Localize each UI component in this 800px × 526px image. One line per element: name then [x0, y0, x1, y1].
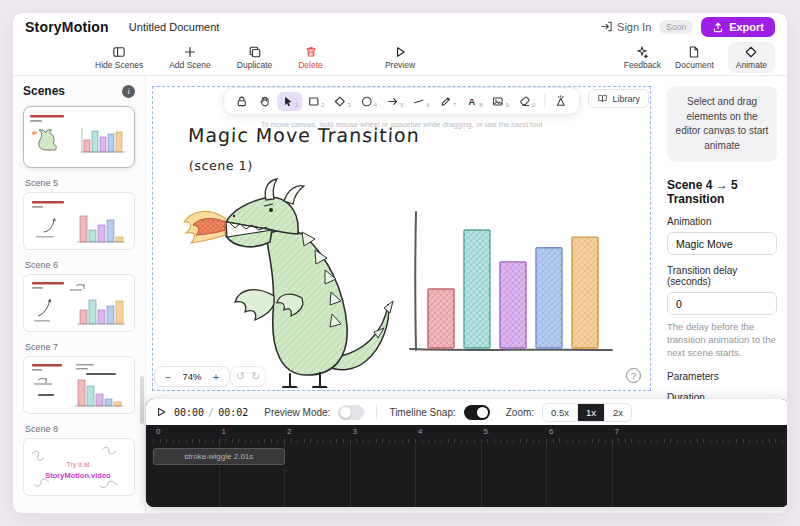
canvas-toolbar: 1 2 3 4 5 6 7 A8 9 0: [223, 87, 580, 115]
library-icon: [597, 93, 608, 104]
tool-line[interactable]: 6: [409, 92, 434, 111]
panel-hint: Select and drag elements on the editor c…: [667, 86, 777, 162]
add-scene-button[interactable]: Add Scene: [169, 45, 211, 70]
timeline-track-bar[interactable]: stroke-wiggle 2.01s: [153, 448, 285, 465]
transition-title: Scene 4 → 5 Transition: [667, 178, 777, 206]
timeline-tracks-area[interactable]: 01234567 stroke-wiggle 2.01s: [146, 425, 788, 507]
timeline-time: 00:00 / 00:02: [174, 407, 248, 418]
canvas-drawing-title[interactable]: Magic Move Transition: [188, 124, 421, 146]
timeline-play-button[interactable]: [156, 407, 166, 417]
timeline-snap-toggle[interactable]: [464, 405, 490, 420]
undo-button[interactable]: ↺: [236, 370, 245, 383]
sidebar-scrollbar[interactable]: [140, 376, 144, 424]
tool-eraser[interactable]: 0: [514, 92, 539, 111]
zoom-level[interactable]: 74%: [177, 371, 207, 382]
tool-select[interactable]: 1: [277, 92, 302, 111]
laser-pointer-icon: [554, 95, 567, 108]
app-logo: StoryMotion: [25, 19, 109, 35]
play-icon: [156, 407, 166, 417]
timeline-zoom-1x[interactable]: 1x: [578, 404, 605, 421]
delay-label: Transition delay (seconds): [667, 265, 777, 287]
scene-thumbnail-8[interactable]: Try it at StoryMotion.video: [23, 438, 135, 496]
scene-label: Scene 5: [25, 178, 135, 188]
sketch-bar[interactable]: [536, 248, 562, 348]
sketch-bar[interactable]: [464, 230, 490, 348]
export-button[interactable]: Export: [701, 17, 775, 37]
animation-label: Animation: [667, 216, 777, 227]
redo-button[interactable]: ↻: [251, 370, 260, 383]
duplicate-button[interactable]: Duplicate: [237, 45, 272, 70]
sketch-bar[interactable]: [428, 289, 454, 348]
line-icon: [413, 95, 426, 108]
timeline-zoom-label: Zoom:: [506, 407, 534, 418]
timeline-zoom-group: 0.5x 1x 2x: [542, 403, 632, 422]
history-controls: ↺ ↻: [230, 366, 266, 387]
delay-help: The delay before the transition animatio…: [667, 321, 777, 359]
tool-diamond[interactable]: 3: [329, 92, 354, 111]
arrow-icon: [386, 95, 399, 108]
cursor-icon: [281, 95, 294, 108]
timeline-panel: 00:00 / 00:02 Preview Mode: Timeline Sna…: [146, 399, 788, 507]
scenes-panel: Scenes i: [13, 76, 146, 514]
scenes-panel-title: Scenes: [23, 84, 65, 98]
tool-hand[interactable]: [254, 92, 276, 111]
export-icon: [712, 21, 724, 33]
scene-label: Scene 8: [25, 424, 135, 434]
sign-in-icon: [600, 20, 613, 33]
sketch-bar-chart[interactable]: [402, 208, 620, 370]
app-window: StoryMotion Untitled Document Sign In So…: [12, 12, 788, 514]
eraser-icon: [518, 95, 531, 108]
time-total: 00:02: [218, 407, 248, 418]
diamond-icon: [333, 95, 346, 108]
tool-draw[interactable]: 7: [435, 92, 460, 111]
preview-button[interactable]: Preview: [385, 45, 415, 70]
soon-badge: Soon: [659, 20, 693, 34]
animation-select[interactable]: Magic Move: [667, 232, 777, 255]
canvas-drawing-subtitle[interactable]: (scene 1): [189, 158, 253, 173]
info-icon[interactable]: i: [122, 85, 135, 98]
rectangle-icon: [307, 95, 320, 108]
animate-diamond-icon: [744, 45, 758, 59]
library-button[interactable]: Library: [588, 89, 649, 108]
timeline-zoom-2x[interactable]: 2x: [605, 404, 631, 421]
dragon-sketch[interactable]: [178, 176, 406, 392]
canvas-help-button[interactable]: ?: [626, 368, 641, 383]
plus-icon: [183, 45, 197, 59]
sign-in-button[interactable]: Sign In: [600, 20, 651, 33]
delete-button[interactable]: Delete: [298, 45, 323, 70]
scene5-preview: [24, 193, 132, 250]
tool-laser[interactable]: [550, 92, 572, 111]
sketch-bar[interactable]: [500, 262, 526, 348]
delay-input[interactable]: [667, 292, 777, 315]
tool-image[interactable]: 9: [488, 92, 513, 111]
sketch-bar[interactable]: [572, 237, 598, 348]
scene-label: Scene 7: [25, 342, 135, 352]
scene-thumbnail-6[interactable]: [23, 274, 135, 332]
tool-arrow[interactable]: 5: [382, 92, 407, 111]
preview-mode-toggle[interactable]: [338, 405, 364, 420]
tool-rectangle[interactable]: 2: [303, 92, 328, 111]
app-screenshot: StoryMotion Untitled Document Sign In So…: [0, 0, 800, 526]
scene-thumbnail-7[interactable]: [23, 356, 135, 414]
animate-button[interactable]: Animate: [728, 42, 775, 73]
timeline-zoom-0.5x[interactable]: 0.5x: [543, 404, 578, 421]
parameters-label: Parameters: [667, 371, 777, 382]
header: StoryMotion Untitled Document Sign In So…: [13, 13, 787, 40]
zoom-in-button[interactable]: +: [207, 371, 225, 383]
sparkle-icon: [635, 45, 649, 59]
document-title[interactable]: Untitled Document: [129, 21, 220, 33]
tool-ellipse[interactable]: 4: [356, 92, 381, 111]
timeline-snap-label: Timeline Snap:: [389, 407, 455, 418]
hide-scenes-icon: [112, 45, 126, 59]
tool-text[interactable]: A8: [461, 92, 486, 111]
svg-text:A: A: [468, 95, 475, 106]
tool-lock[interactable]: [231, 92, 253, 111]
play-icon: [393, 45, 407, 59]
zoom-out-button[interactable]: −: [159, 371, 177, 383]
library-label: Library: [612, 94, 640, 104]
document-button[interactable]: Document: [675, 45, 714, 70]
feedback-button[interactable]: Feedback: [624, 45, 661, 70]
hide-scenes-button[interactable]: Hide Scenes: [95, 45, 143, 70]
scene-thumbnail-current[interactable]: [23, 106, 135, 168]
scene-thumbnail-5[interactable]: [23, 192, 135, 250]
